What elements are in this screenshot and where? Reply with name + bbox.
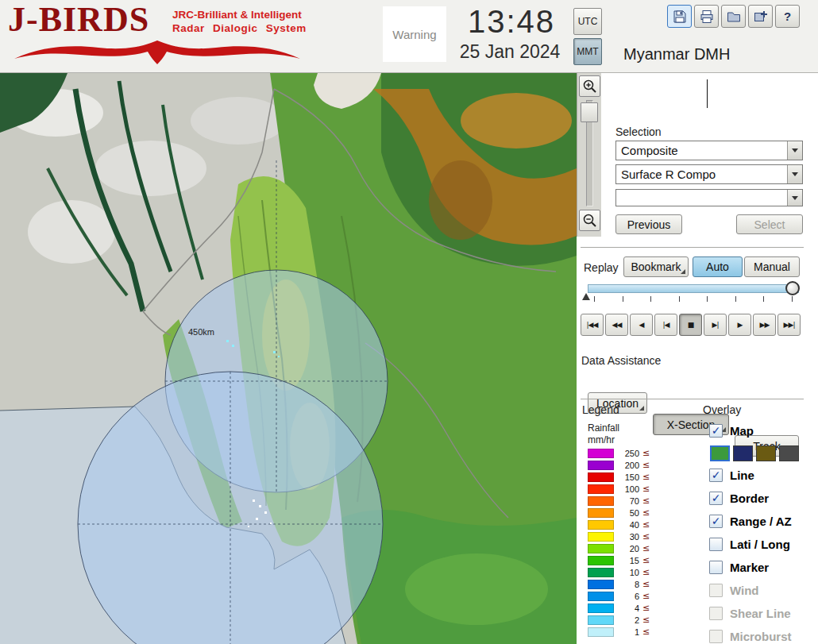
checkbox[interactable]	[709, 515, 723, 528]
legend-value: 50	[617, 508, 639, 518]
mmt-button[interactable]: MMT	[573, 38, 602, 65]
replay-timeline-thumb[interactable]	[785, 281, 800, 295]
lte-sign: ≤	[642, 460, 650, 470]
control-panel: Selection Composite Surface R Compo Prev…	[577, 73, 818, 644]
lte-sign: ≤	[642, 567, 650, 577]
logo-subtitle-line2: Radar Dialogic System	[172, 22, 307, 34]
replay-timeline-track[interactable]	[588, 284, 799, 293]
lte-sign: ≤	[642, 591, 650, 601]
radar-map[interactable]: 450km	[0, 73, 577, 644]
zoom-out-button[interactable]	[579, 210, 600, 231]
legend-row: 2≤	[588, 614, 650, 626]
legend-row: 100≤	[588, 483, 650, 495]
timezone-toggle: UTC MMT	[573, 8, 602, 68]
timeline-tick	[623, 296, 623, 302]
timeline-tick	[707, 296, 708, 302]
lte-sign: ≤	[642, 531, 650, 542]
legend-row: 10≤	[588, 566, 650, 578]
play-button[interactable]: ▶	[728, 314, 751, 336]
text-caret[interactable]	[707, 79, 708, 108]
zoom-slider-thumb[interactable]	[581, 102, 598, 122]
legend-row: 50≤	[588, 507, 650, 519]
stop-button[interactable]: ■	[679, 314, 702, 336]
legend-value: 30	[617, 532, 639, 542]
print-button[interactable]	[694, 5, 719, 28]
step-back-button[interactable]: |◀	[654, 314, 677, 336]
legend-color-swatch	[588, 592, 614, 601]
checkbox[interactable]	[709, 424, 723, 438]
jump-to-end-button[interactable]: ▶▶|	[777, 314, 801, 336]
map-style-swatch-2[interactable]	[733, 445, 753, 461]
legend-row: 250≤	[588, 447, 650, 459]
select-button[interactable]: Select	[736, 214, 803, 234]
legend-color-swatch	[588, 449, 614, 458]
lte-sign: ≤	[642, 555, 650, 565]
map-style-swatch-1[interactable]	[710, 445, 730, 461]
checkbox[interactable]	[709, 561, 723, 574]
composite-dropdown-value: Composite	[616, 141, 787, 160]
checkbox[interactable]	[709, 492, 723, 505]
legend-color-swatch	[588, 461, 614, 470]
timeline-ticks	[594, 296, 793, 303]
step-forward-button[interactable]: ▶|	[704, 314, 727, 336]
logo-subtitle: JRC-Brilliant & Intelligent Radar Dialog…	[172, 9, 307, 36]
warning-label: Warning	[392, 28, 436, 41]
overlay-item-wind: Wind	[709, 579, 816, 602]
composite-dropdown[interactable]: Composite	[615, 141, 803, 160]
overlay-item-label: Border	[730, 492, 769, 505]
map-style-swatch-3[interactable]	[756, 445, 776, 461]
legend-color-swatch	[588, 508, 614, 518]
map-style-swatch-4[interactable]	[779, 445, 799, 461]
add-window-button[interactable]	[748, 5, 773, 28]
legend-value: 8	[617, 580, 639, 589]
jump-to-start-button[interactable]: |◀◀	[581, 314, 604, 336]
checkbox[interactable]	[709, 469, 723, 482]
selection-label: Selection	[615, 125, 662, 138]
auto-button[interactable]: Auto	[693, 256, 743, 277]
overlay-item-line: Line	[709, 464, 816, 487]
legend-value: 1	[617, 627, 639, 637]
lte-sign: ≤	[642, 615, 650, 625]
time-display: 13:48	[451, 4, 572, 40]
zoom-in-icon	[582, 79, 598, 94]
previous-button[interactable]: Previous	[615, 214, 682, 234]
overlay-item-shear-line: Shear Line	[709, 602, 816, 625]
range-label: 450km	[188, 327, 214, 337]
utc-button[interactable]: UTC	[573, 8, 602, 35]
legend-color-swatch	[588, 472, 614, 482]
option-dropdown[interactable]	[615, 189, 803, 206]
warning-button[interactable]: Warning	[383, 6, 446, 62]
play-reverse-button[interactable]: ◀	[630, 314, 653, 336]
lte-sign: ≤	[642, 543, 650, 553]
chevron-down-icon[interactable]	[787, 165, 802, 183]
overlay-item-label: Map	[730, 424, 754, 438]
manual-button[interactable]: Manual	[744, 256, 800, 277]
checkbox[interactable]	[709, 538, 723, 551]
fast-forward-button[interactable]: ▶▶	[753, 314, 776, 336]
legend-row: 4≤	[588, 602, 650, 614]
playback-controls: |◀◀◀◀◀|◀■▶|▶▶▶▶▶|	[581, 314, 801, 336]
zoom-in-button[interactable]	[579, 75, 600, 97]
date-display: 25 Jan 2024	[443, 41, 577, 63]
timeline-tick	[763, 296, 764, 302]
add-window-icon	[754, 10, 768, 24]
help-button[interactable]: ?	[775, 5, 800, 28]
legend-value: 2	[617, 615, 639, 625]
legend-color-swatch	[588, 627, 614, 637]
fast-rewind-button[interactable]: ◀◀	[605, 314, 628, 336]
product-dropdown[interactable]: Surface R Compo	[615, 164, 803, 184]
overlay-label: Overlay	[703, 403, 741, 416]
divider	[581, 247, 804, 248]
bookmark-button[interactable]: Bookmark	[623, 256, 689, 277]
legend-unit-line2: mm/hr	[588, 434, 619, 446]
legend-value: 4	[617, 604, 639, 613]
chevron-down-icon[interactable]	[787, 190, 802, 206]
open-file-button[interactable]	[721, 5, 746, 28]
legend-row: 20≤	[588, 542, 650, 554]
legend-color-swatch	[588, 496, 614, 506]
chevron-down-icon[interactable]	[787, 141, 802, 160]
legend-unit: Rainfall mm/hr	[588, 422, 619, 446]
overlay-item-label: Lati / Long	[730, 538, 790, 551]
legend-label: Legend	[582, 403, 619, 416]
save-button[interactable]	[667, 5, 692, 28]
